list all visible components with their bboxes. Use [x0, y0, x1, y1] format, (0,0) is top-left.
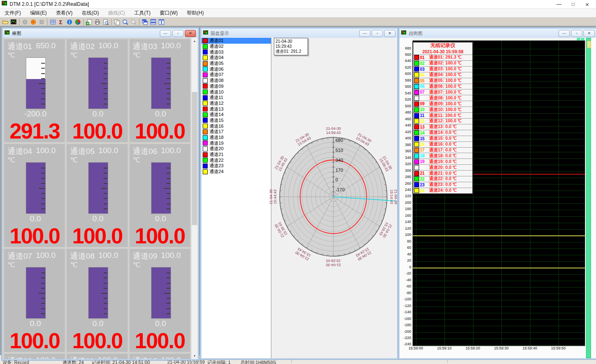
- statistics-pie-icon[interactable]: [74, 18, 82, 26]
- channel-number: 13: [420, 125, 427, 129]
- channel-list-item[interactable]: 通道15: [201, 118, 271, 124]
- channel-list-item[interactable]: 通道02: [201, 44, 271, 50]
- print-icon[interactable]: [93, 18, 102, 26]
- export-icon[interactable]: [85, 18, 93, 26]
- main-title-bar[interactable]: DTM 2.0.1 [C:\DTM 2.0.2\RealData] — □ ×: [0, 0, 596, 9]
- data-table-icon[interactable]: [49, 18, 57, 26]
- restore-button[interactable]: ▫: [571, 30, 582, 37]
- y-axis-tick: -20: [400, 271, 411, 275]
- channel-list-item[interactable]: 通道12: [201, 101, 271, 106]
- menu-文件(F)[interactable]: 文件(F): [0, 9, 25, 17]
- channel-number: 02: [420, 61, 427, 66]
- channel-number: 09: [420, 102, 427, 106]
- app-icon: [2, 0, 7, 8]
- zoom-in-icon[interactable]: [121, 18, 129, 26]
- channel-list-item[interactable]: 通道04: [201, 55, 271, 61]
- y-axis-tick: 0: [400, 265, 411, 269]
- channel-list-item[interactable]: 通道14: [201, 112, 271, 118]
- copy-icon[interactable]: [113, 18, 121, 26]
- channel-list-item[interactable]: 通道10: [201, 89, 271, 95]
- y-axis-tick: -220: [400, 336, 411, 340]
- scroll-down-icon[interactable]: ▼: [191, 353, 198, 359]
- trend-vertical-scrollbar[interactable]: [586, 38, 591, 358]
- tile-vertical-icon[interactable]: [157, 18, 166, 26]
- channel-color-swatch: [203, 158, 208, 163]
- menu-在线(O)[interactable]: 在线(O): [77, 9, 103, 17]
- channel-list-item[interactable]: 通道06: [201, 66, 271, 72]
- channel-color-swatch: [414, 176, 419, 181]
- channel-list-item[interactable]: 通道23: [201, 163, 271, 169]
- info-icon[interactable]: i: [65, 18, 74, 26]
- minimize-button[interactable]: —: [359, 30, 370, 37]
- channel-list-item[interactable]: 通道21: [201, 152, 271, 158]
- minimize-button[interactable]: —: [552, 0, 566, 8]
- channel-list-item[interactable]: 通道13: [201, 106, 271, 112]
- scroll-up-icon[interactable]: ▲: [191, 38, 198, 44]
- y-axis-tick: -160: [400, 317, 411, 321]
- channel-reading: 通道24: 0.0 ℃: [429, 188, 457, 193]
- channel-list-item[interactable]: 通道11: [201, 95, 271, 101]
- print-preview-icon[interactable]: [102, 18, 110, 26]
- scrollbar-thumb[interactable]: [587, 41, 591, 48]
- channel-list-item[interactable]: 通道24: [201, 169, 271, 175]
- menu-帮助(H)[interactable]: 帮助(H): [182, 9, 209, 17]
- close-button[interactable]: ✕: [384, 30, 395, 37]
- restore-button[interactable]: ▫: [372, 30, 383, 37]
- channel-label: 通道05: [70, 146, 94, 157]
- channel-list-item[interactable]: 通道01: [201, 38, 271, 44]
- bar-window-scrollbar[interactable]: ▲ ▼: [191, 38, 198, 359]
- channel-color-swatch: [414, 107, 419, 112]
- channel-color-swatch: [414, 148, 419, 153]
- channel-list-item[interactable]: 通道19: [201, 140, 271, 146]
- legend-row: 24通道24: 0.0 ℃: [413, 188, 472, 193]
- channel-number: 15: [420, 136, 427, 141]
- tile-horizontal-icon[interactable]: [149, 18, 157, 26]
- open-icon[interactable]: [1, 18, 10, 26]
- trend-window-title-bar[interactable]: 趋势图 — ▫ ✕: [400, 29, 596, 38]
- bar-gauge: [151, 162, 171, 214]
- y-axis-tick: 40: [400, 252, 411, 256]
- sum-icon[interactable]: Σ: [57, 18, 65, 26]
- legend-row: 14通道14: 0.0 ℃: [413, 130, 472, 136]
- channel-list-item[interactable]: 通道09: [201, 84, 271, 89]
- minimize-button[interactable]: —: [160, 30, 171, 37]
- channel-number: 06: [420, 84, 427, 89]
- menu-编辑(E)[interactable]: 编辑(E): [25, 9, 51, 17]
- polar-chart: 6805103401700-17021-04-3014:59:4321-04-3…: [271, 38, 395, 356]
- y-axis-tick: 440: [400, 123, 411, 127]
- status-item: 记录间隔: 1: [207, 359, 231, 364]
- restore-button[interactable]: ▫: [172, 30, 184, 37]
- channel-list-item[interactable]: 通道17: [201, 129, 271, 135]
- menu-工具(T)[interactable]: 工具(T): [129, 9, 155, 17]
- gauge-min-label: 0.0: [15, 319, 55, 328]
- channel-list-item[interactable]: 通道16: [201, 123, 271, 129]
- channel-reading: 通道23: 0.0 ℃: [429, 182, 457, 188]
- channel-list-item[interactable]: 通道22: [201, 157, 271, 163]
- close-button[interactable]: ✕: [185, 30, 196, 37]
- maximize-button[interactable]: □: [566, 0, 580, 8]
- y-axis-tick: -180: [400, 323, 411, 327]
- menu-查看(V)[interactable]: 查看(V): [51, 9, 77, 17]
- minimize-button[interactable]: —: [559, 30, 570, 37]
- channel-list-item[interactable]: 通道07: [201, 72, 271, 78]
- close-button[interactable]: ✕: [584, 30, 595, 37]
- channel-list-item[interactable]: 通道20: [201, 146, 271, 152]
- bar-gauge: [151, 267, 171, 319]
- channel-list-item[interactable]: 通道18: [201, 135, 271, 141]
- channel-list-item[interactable]: 通道05: [201, 61, 271, 67]
- channel-list-item[interactable]: 通道08: [201, 78, 271, 84]
- tooltip-reading: 通道01: 291.2: [276, 49, 306, 54]
- menu-窗口(W)[interactable]: 窗口(W): [155, 9, 182, 17]
- disc-window-title-bar[interactable]: 圆盘显示 — ▫ ✕: [201, 29, 397, 38]
- y-axis-tick: -60: [400, 284, 411, 288]
- cascade-windows-icon[interactable]: [141, 18, 149, 26]
- bar-window-title-bar[interactable]: 棒图 — ▫ ✕: [3, 29, 198, 38]
- record-icon[interactable]: [29, 18, 37, 26]
- y-axis-tick: 300: [400, 168, 411, 173]
- channel-reading: 通道09: 100.0 ℃: [429, 101, 462, 107]
- close-button[interactable]: ×: [580, 0, 594, 8]
- channel-list-item[interactable]: 通道03: [201, 49, 271, 55]
- realtime-data-icon[interactable]: [10, 18, 18, 26]
- channel-color-swatch: [203, 50, 208, 54]
- scrollbar-thumb[interactable]: [192, 92, 197, 225]
